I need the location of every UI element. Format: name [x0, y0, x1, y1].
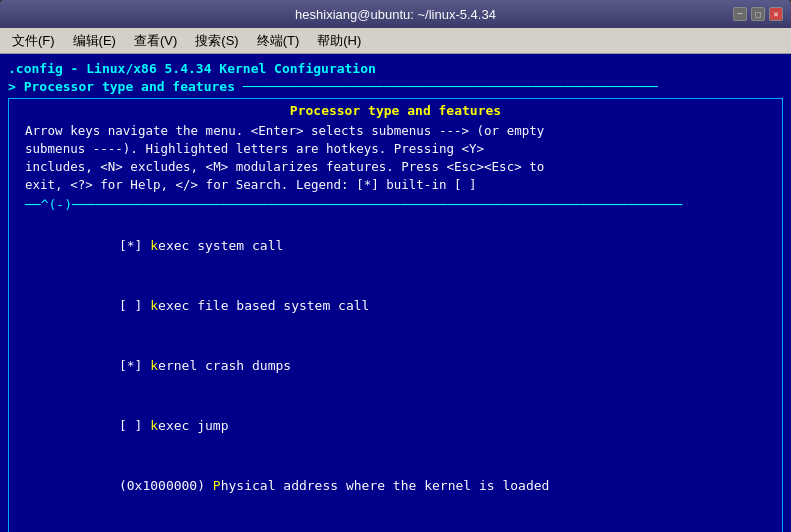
menu-item-kexec-file[interactable]: [ ] kexec file based system call [25, 276, 766, 336]
divider-top: ──^(-)──────────────────────────────────… [9, 196, 782, 214]
menu-search[interactable]: 搜索(S) [187, 30, 246, 52]
menu-item-kexec-syscall[interactable]: [*] kexec system call [25, 216, 766, 276]
help-text: Arrow keys navigate the menu. <Enter> se… [9, 120, 782, 196]
menu-edit[interactable]: 编辑(E) [65, 30, 124, 52]
menubar: 文件(F) 编辑(E) 查看(V) 搜索(S) 终端(T) 帮助(H) [0, 28, 791, 54]
config-header-line1: .config - Linux/x86 5.4.34 Kernel Config… [8, 60, 783, 78]
help-line-1: Arrow keys navigate the menu. <Enter> se… [25, 122, 766, 140]
titlebar-buttons: ─ □ ✕ [733, 7, 783, 21]
maximize-button[interactable]: □ [751, 7, 765, 21]
help-line-3: includes, <N> excludes, <M> modularizes … [25, 158, 766, 176]
content-box: Processor type and features Arrow keys n… [8, 98, 783, 532]
menu-item-relocatable[interactable]: -*- Build a relocatable kernel [25, 516, 766, 532]
menu-help[interactable]: 帮助(H) [309, 30, 369, 52]
minimize-button[interactable]: ─ [733, 7, 747, 21]
config-header-line2: > Processor type and features ──────────… [8, 78, 783, 96]
close-button[interactable]: ✕ [769, 7, 783, 21]
menu-file[interactable]: 文件(F) [4, 30, 63, 52]
titlebar: heshixiang@ubuntu: ~/linux-5.4.34 ─ □ ✕ [0, 0, 791, 28]
box-title: Processor type and features [9, 99, 782, 120]
menu-item-kexec-jump[interactable]: [ ] kexec jump [25, 396, 766, 456]
help-line-2: submenus ----). Highlighted letters are … [25, 140, 766, 158]
menu-items-container: [*] kexec system call [ ] kexec file bas… [9, 214, 782, 532]
menu-view[interactable]: 查看(V) [126, 30, 185, 52]
menu-item-physical-address[interactable]: (0x1000000) Physical address where the k… [25, 456, 766, 516]
terminal: .config - Linux/x86 5.4.34 Kernel Config… [0, 54, 791, 532]
menu-item-kernel-crash[interactable]: [*] kernel crash dumps [25, 336, 766, 396]
menu-terminal[interactable]: 终端(T) [249, 30, 308, 52]
help-line-4: exit, <?> for Help, </> for Search. Lege… [25, 176, 766, 194]
titlebar-title: heshixiang@ubuntu: ~/linux-5.4.34 [295, 7, 496, 22]
